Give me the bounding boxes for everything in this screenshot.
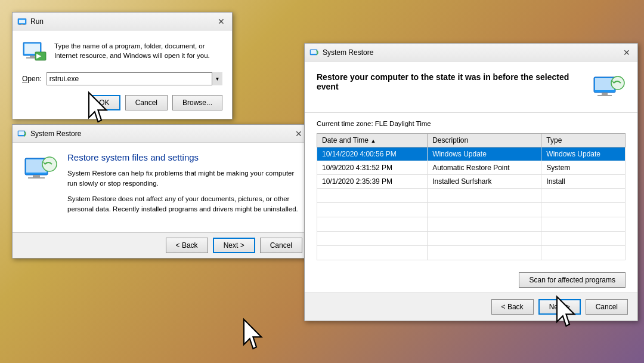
run-content: ▶ Type the name of a program, folder, do… — [13, 30, 232, 119]
restore-table: Date and Time ▲ Description Type 10/14/2… — [317, 133, 626, 260]
row2-description: Automatic Restore Point — [428, 161, 541, 175]
svg-rect-3 — [19, 24, 25, 25]
sr-large-content: Restore your computer to the state it wa… — [305, 61, 637, 293]
svg-rect-1 — [19, 20, 25, 23]
row2-type: System — [541, 161, 626, 175]
svg-rect-6 — [30, 56, 35, 57]
table-empty-row — [317, 232, 626, 246]
sr-small-desc1: System Restore can help fix problems tha… — [67, 168, 300, 189]
sr-small-content: Restore system files and settings System… — [13, 143, 309, 232]
sr-large-header: Restore your computer to the state it wa… — [305, 61, 637, 113]
run-title-bar: Run ✕ — [13, 13, 232, 30]
run-input-wrapper: ▼ — [47, 72, 222, 85]
sr-large-dialog: System Restore ✕ Restore your computer t… — [304, 43, 638, 321]
table-row[interactable]: 10/1/2020 2:35:39 PM Installed Surfshark… — [317, 175, 626, 189]
sr-large-body: Current time zone: FLE Daylight Time Dat… — [305, 113, 637, 267]
scan-affected-programs-button[interactable]: Scan for affected programs — [519, 272, 626, 288]
sr-large-header-text: Restore your computer to the state it wa… — [317, 72, 593, 94]
scan-btn-row: Scan for affected programs — [305, 267, 637, 293]
sr-small-footer: < Back Next > Cancel — [13, 232, 309, 258]
run-icon: ▶ — [22, 39, 47, 64]
table-empty-row — [317, 189, 626, 203]
sr-large-title-bar: System Restore ✕ — [305, 44, 637, 61]
sr-large-header-icon — [593, 72, 626, 105]
row3-description: Installed Surfshark — [428, 175, 541, 189]
run-ok-button[interactable]: OK — [88, 95, 120, 110]
table-header-row: Date and Time ▲ Description Type — [317, 134, 626, 147]
table-row[interactable]: 10/9/2020 4:31:52 PM Automatic Restore P… — [317, 161, 626, 175]
timezone-label: Current time zone: FLE Daylight Time — [317, 120, 626, 127]
cursor-next-small — [239, 315, 274, 359]
run-description: Type the name of a program, folder, docu… — [54, 39, 222, 60]
run-cancel-button[interactable]: Cancel — [125, 95, 168, 110]
run-input[interactable] — [47, 72, 222, 85]
sr-small-header-icon — [22, 152, 58, 188]
sr-small-header-text: Restore system files and settings System… — [67, 152, 300, 214]
sr-small-title-bar: System Restore ✕ — [13, 125, 309, 143]
svg-rect-20 — [311, 50, 317, 54]
svg-marker-18 — [244, 319, 261, 349]
sr-small-title-text: System Restore — [30, 130, 293, 138]
row3-type: Install — [541, 175, 626, 189]
run-browse-button[interactable]: Browse... — [172, 95, 222, 110]
sr-small-close-button[interactable]: ✕ — [293, 128, 305, 140]
run-buttons: OK Cancel Browse... — [22, 95, 222, 110]
run-title-icon — [17, 17, 27, 26]
sr-small-heading: Restore system files and settings — [67, 152, 300, 162]
sr-small-back-button[interactable]: < Back — [166, 238, 208, 253]
table-empty-row — [317, 246, 626, 260]
svg-text:▶: ▶ — [36, 53, 42, 59]
sr-small-dialog: System Restore ✕ Restore system files an… — [12, 124, 310, 259]
run-open-row: Open: ▼ — [22, 72, 222, 85]
run-inner: ▶ Type the name of a program, folder, do… — [22, 39, 222, 64]
sr-large-title-icon — [309, 48, 319, 57]
sr-large-title-text: System Restore — [323, 48, 621, 57]
row3-date: 10/1/2020 2:35:39 PM — [317, 175, 428, 189]
row1-date: 10/14/2020 4:00:56 PM — [317, 147, 428, 161]
table-empty-row — [317, 203, 626, 217]
sr-large-heading: Restore your computer to the state it wa… — [317, 72, 593, 91]
run-close-button[interactable]: ✕ — [215, 16, 227, 27]
sr-small-cancel-button[interactable]: Cancel — [260, 238, 302, 253]
svg-rect-23 — [602, 93, 608, 95]
sr-small-desc2: System Restore does not affect any of yo… — [67, 194, 300, 215]
svg-rect-24 — [597, 95, 612, 96]
table-row[interactable]: 10/14/2020 4:00:56 PM Windows Update Win… — [317, 147, 626, 161]
sr-small-next-button[interactable]: Next > — [213, 238, 255, 253]
sr-large-close-button[interactable]: ✕ — [621, 47, 633, 59]
row1-description: Windows Update — [428, 147, 541, 161]
sr-small-header-row: Restore system files and settings System… — [22, 152, 300, 214]
run-dropdown-button[interactable]: ▼ — [212, 72, 222, 85]
svg-rect-15 — [33, 175, 40, 177]
svg-rect-16 — [28, 177, 45, 179]
sr-large-back-button[interactable]: < Back — [491, 299, 534, 315]
col-type: Type — [541, 134, 626, 147]
run-title-text: Run — [30, 17, 215, 26]
sr-large-footer: < Back Next > Cancel — [305, 293, 637, 321]
col-description: Description — [428, 134, 541, 147]
sr-large-cancel-button[interactable]: Cancel — [586, 299, 628, 315]
col-date: Date and Time ▲ — [317, 134, 428, 147]
sr-small-title-icon — [17, 129, 27, 139]
row2-date: 10/9/2020 4:31:52 PM — [317, 161, 428, 175]
row1-type: Windows Update — [541, 147, 626, 161]
run-dialog: Run ✕ ▶ Type the name of a program, fold… — [12, 12, 233, 119]
svg-rect-12 — [18, 131, 24, 135]
run-open-label: Open: — [22, 75, 42, 83]
table-empty-row — [317, 217, 626, 232]
sr-large-next-button[interactable]: Next > — [538, 299, 581, 315]
